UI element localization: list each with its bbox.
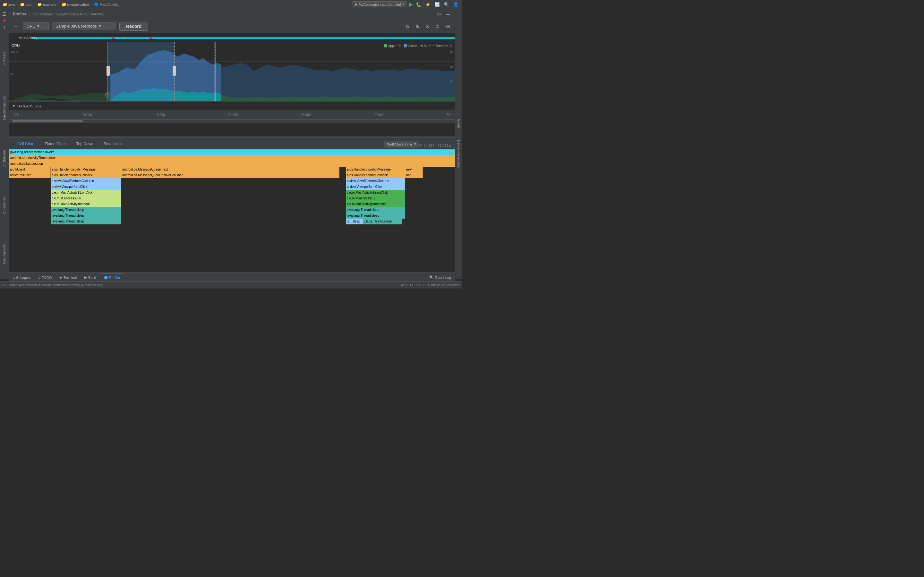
folder-icon: 📁 — [61, 2, 66, 7]
profiler-icon: ⬤ — [104, 276, 108, 279]
settings-icon[interactable]: ⚙ — [436, 11, 442, 17]
spacer — [121, 219, 346, 224]
wall-clock-dropdown[interactable]: Wall Clock Time ▾ — [384, 141, 419, 147]
block-performClickRun2: a.view.View$PerformClick.run — [346, 178, 405, 184]
run-config-dropdown[interactable]: ▶ MyApplication:app [bundle] ▾ — [352, 1, 407, 7]
block-jltsleep: j.l.T.sleep — [346, 219, 363, 224]
block-handleCallback1: a.os.Handler.handleCallback — [51, 172, 121, 178]
crumb-mainactivity[interactable]: 🔵 MainActivity — [94, 2, 119, 7]
record-button[interactable]: Record — [120, 22, 148, 31]
reload-button[interactable]: 🔄 — [433, 2, 441, 7]
tab-bottom-up[interactable]: Bottom Up — [99, 139, 127, 149]
block-access000: c.e.m.M.access$000 — [51, 195, 121, 201]
crumb-java[interactable]: 📁 java — [3, 2, 15, 7]
sidebar-tab-project[interactable]: 1: Project — [2, 50, 7, 68]
debug-button[interactable]: 🐛 — [415, 2, 422, 7]
sidebar-tab-structure[interactable]: Z: Structure — [2, 147, 7, 169]
cpu-chart: CPU App: 0 % Others: 19 % Threads: 24 — [9, 42, 455, 102]
btab-event-log[interactable]: 🔍 Event Log — [425, 273, 455, 282]
block-sleep1b: java.lang.Thread.sleep — [51, 213, 121, 219]
spacer — [9, 195, 51, 201]
app-color-dot — [384, 44, 387, 47]
right-sidebar-device-file[interactable]: Device File Explorer — [456, 137, 461, 171]
flame-row-3: a.o.M.next a.os.Handler.dispatchMessage … — [9, 167, 455, 172]
sidebar-tab-buildvariants[interactable]: Build Variants — [2, 242, 7, 266]
profiler-header: Profiler | com.example.myapplication (OP… — [9, 9, 455, 19]
btab-build[interactable]: ▶ Build — [81, 273, 100, 282]
crumb-myapplication[interactable]: 📁 myapplication — [61, 2, 89, 7]
wall-clock-label: Wall Clock Time — [387, 142, 412, 146]
right-sidebar-gradle[interactable]: Gradle — [456, 116, 461, 131]
threads-dash-icon — [429, 45, 435, 46]
block-aosHandler1: a.os.Handler.dispatchMessage — [51, 167, 121, 172]
tab-flame-chart[interactable]: Flame Chart — [39, 139, 71, 149]
fit-icon[interactable]: ⊙ — [424, 23, 431, 29]
minimize-icon[interactable]: — — [445, 11, 451, 17]
left-sidebar: ☰ + 1: Project Layout Captures Z: Struct… — [0, 9, 9, 279]
profile-button[interactable]: ⚡ — [424, 2, 431, 7]
plus-icon: + — [3, 24, 6, 30]
breadcrumb-bar: 📁 java › 📁 com › 📁 example › 📁 myapplica… — [0, 0, 462, 9]
zoom-out-icon[interactable]: ⊖ — [404, 23, 411, 29]
btab-todo[interactable]: ≡ TODO — [35, 273, 56, 282]
add-button[interactable]: + — [3, 24, 6, 30]
logcat-icon: ≡ — [13, 276, 15, 279]
btab-terminal[interactable]: ▶ Terminal — [56, 273, 81, 282]
folder-icon: 📁 — [37, 2, 42, 7]
crumb-com[interactable]: 📁 com — [20, 2, 32, 7]
btab-logcat[interactable]: ≡ 6: Logcat — [9, 273, 35, 282]
block-sleep2a: java.lang.Thread.sleep — [346, 207, 405, 213]
flame-row-10: java.lang.Thread.sleep java.lang.Thread.… — [9, 207, 455, 213]
flame-row-0: java.lang.reflect.Method.invoke — [9, 149, 455, 155]
scrollbar-track[interactable] — [9, 119, 455, 123]
flame-chart-content: java.lang.reflect.Method.invoke android.… — [9, 149, 455, 279]
right-sidebar: Gradle Device File Explorer — [455, 9, 462, 279]
zoom-in-icon[interactable]: ⊕ — [414, 23, 421, 29]
account-button[interactable]: 👤 — [452, 2, 459, 7]
status-bar: ⟳ Gradle sync finished in 224 ms (from c… — [0, 282, 462, 288]
flame-row-11: java.lang.Thread.sleep java.lang.Thread.… — [9, 213, 455, 219]
cpu-right-labels: 30 20 10 — [450, 50, 453, 95]
filter-icon[interactable]: ⊿ — [449, 143, 452, 147]
run-button[interactable]: ▶ — [409, 1, 413, 7]
spacer — [339, 172, 346, 178]
block-aoMnext: a.o.M.next — [9, 167, 51, 172]
charset-indicator: UTF-8 — [417, 284, 425, 287]
sidebar-tab-captures[interactable]: Layout Captures — [2, 93, 7, 122]
flame-row-6: a.view.View.performClick a.view.View.per… — [9, 184, 455, 190]
time-range: ⏱ 14.669 - 21.031 — [419, 143, 449, 147]
back-button[interactable]: ← — [12, 23, 20, 30]
cpu-section-label: CPU — [11, 44, 19, 48]
clock-icon: ⏱ — [419, 143, 423, 147]
tab-bar: Call Chart Flame Chart Top Down Bottom U… — [9, 138, 455, 149]
sidebar-tab-favorites[interactable]: 2: Favorites — [2, 195, 7, 216]
next-icon[interactable]: ⏭ — [444, 23, 452, 29]
bottom-tabs-bar: ≡ 6: Logcat ≡ TODO ▶ Terminal ▶ Build ⬤ … — [9, 272, 455, 282]
tab-call-chart[interactable]: Call Chart — [12, 139, 39, 149]
reset-icon[interactable]: ⊚ — [434, 23, 441, 29]
method-label: Sample Java Methods — [55, 24, 97, 29]
main-activity-row: MainActivity — [9, 33, 455, 42]
block-nativePollOnce: nativePollOnce — [9, 172, 51, 178]
block-nat: nat... — [405, 172, 423, 178]
legend-app: App: 0 % — [384, 44, 401, 48]
scrollbar-thumb[interactable] — [12, 120, 83, 122]
lf-indicator: LF — [410, 284, 414, 287]
cpu-dropdown[interactable]: CPU ▾ — [23, 22, 49, 30]
separator: › — [58, 3, 60, 6]
search-button[interactable]: 🔍 — [443, 2, 450, 7]
spacer — [121, 195, 346, 201]
method-dropdown[interactable]: Sample Java Methods ▾ — [52, 22, 116, 30]
spacer — [121, 190, 346, 195]
block-handleCallback2: a.os.Handler.handleCallback — [346, 172, 405, 178]
tab-top-down[interactable]: Top Down — [71, 139, 98, 149]
threads-row[interactable]: ▼ THREADS (26) — [9, 102, 455, 111]
crumb-example[interactable]: 📁 example — [37, 2, 57, 7]
stop-button[interactable] — [3, 19, 5, 21]
profiler-title: Profiler — [13, 12, 26, 16]
btab-profiler[interactable]: ⬤ Profiler — [100, 273, 124, 282]
cpu-y-labels: 100 % 50 — [10, 50, 19, 95]
main-layout: ☰ + 1: Project Layout Captures Z: Struct… — [0, 9, 462, 279]
sidebar-toggle[interactable]: ☰ — [1, 10, 8, 18]
block-onClick2: c.e.m.MainActivity$2.onClick — [346, 190, 405, 195]
